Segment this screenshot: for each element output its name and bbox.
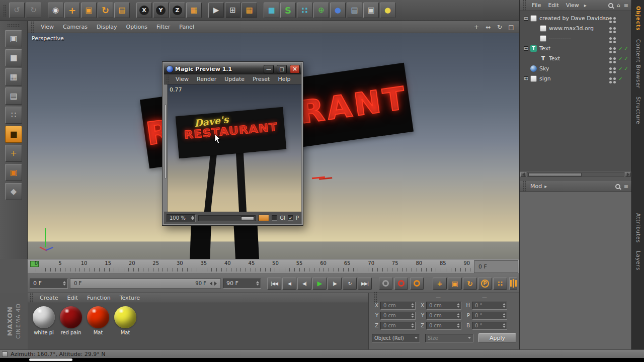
preview-menu-item[interactable]: Update xyxy=(220,75,249,83)
tree-item-text[interactable]: T Text ✓ ✓ xyxy=(520,53,631,63)
panel-grip[interactable] xyxy=(523,0,526,12)
maximize-view-icon[interactable]: □ xyxy=(507,23,515,31)
preview-menu-item[interactable]: View xyxy=(172,75,193,83)
material-swatch[interactable]: Mat xyxy=(112,306,138,349)
viewport-menu-item[interactable]: Options xyxy=(122,22,152,32)
material-name[interactable]: white pi xyxy=(34,330,54,335)
current-frame-display[interactable]: 0 F xyxy=(474,260,518,273)
visibility-dots[interactable] xyxy=(609,67,616,70)
gi-checkbox[interactable] xyxy=(272,215,277,221)
apply-button[interactable]: Apply xyxy=(478,333,516,342)
tab-content-browser[interactable]: Content Browser xyxy=(635,35,641,93)
preview-zoom-slider[interactable] xyxy=(198,215,256,221)
rotation-p-field[interactable]: 0 ° xyxy=(472,312,507,320)
materials-menu-item[interactable]: Function xyxy=(83,293,115,303)
snap-settings-button[interactable]: ◆ xyxy=(5,183,22,200)
position-y-field[interactable]: 0 cm xyxy=(380,312,416,320)
position-x-field[interactable]: 0 cm xyxy=(380,302,416,310)
minimize-button[interactable]: — xyxy=(264,65,274,73)
add-spline-button[interactable]: S xyxy=(280,3,296,18)
rotation-b-field[interactable]: 0 ° xyxy=(472,322,507,330)
progressive-checkbox[interactable]: ✓ xyxy=(288,215,293,221)
home-icon[interactable]: ⌂ xyxy=(617,2,620,9)
next-frame-button[interactable]: |▶ xyxy=(328,278,342,290)
objects-menu-item[interactable]: Edit xyxy=(544,1,562,10)
scrollbar-handle[interactable] xyxy=(528,173,582,176)
slider-handle[interactable] xyxy=(241,216,254,220)
zoom-view-icon[interactable]: ↔ xyxy=(484,23,492,31)
tree-item-separator[interactable]: ----------- xyxy=(520,33,631,43)
toolbar-grip[interactable] xyxy=(3,5,7,17)
render-view-button[interactable]: ▶ xyxy=(208,3,224,18)
scale-tool[interactable]: ▣ xyxy=(81,3,97,18)
record-options-button[interactable] xyxy=(410,278,424,290)
preview-titlebar[interactable]: Magic Preview 1.1 — □ × xyxy=(164,63,301,74)
position-z-field[interactable]: 0 cm xyxy=(380,322,416,330)
menu-overflow-icon[interactable]: ▸ xyxy=(543,184,548,189)
search-icon[interactable] xyxy=(615,184,620,189)
tree-item-sky[interactable]: Sky ✓ ✓ xyxy=(520,63,631,73)
current-frame-field[interactable]: 0 F xyxy=(30,279,68,289)
enabled-check-icon[interactable]: ✓ xyxy=(618,76,623,81)
range-handle-icons[interactable] xyxy=(210,282,217,286)
visibility-dots[interactable] xyxy=(609,57,616,60)
material-name[interactable]: Mat xyxy=(121,330,130,335)
material-swatch[interactable]: red pain xyxy=(58,306,84,349)
material-name[interactable]: Mat xyxy=(94,330,103,335)
texture-mode-button[interactable]: ▦ xyxy=(5,68,22,85)
preview-menu-item[interactable]: Preset xyxy=(249,75,274,83)
panel-grip[interactable] xyxy=(523,180,526,193)
size-z-field[interactable]: 0 cm xyxy=(426,322,461,330)
add-cube-button[interactable]: ■ xyxy=(264,3,279,18)
search-icon[interactable] xyxy=(608,3,613,8)
viewport-menu-item[interactable]: Filter xyxy=(152,22,175,32)
size-mode-dropdown[interactable]: Size xyxy=(425,334,473,342)
end-frame-field[interactable]: 90 F xyxy=(223,279,261,289)
viewport-menu-item[interactable]: Panel xyxy=(175,22,199,32)
magic-preview-window[interactable]: Magic Preview 1.1 — □ × ViewRenderUpdate… xyxy=(162,61,303,226)
key-parameter-button[interactable]: P xyxy=(478,278,492,290)
scrollbar-handle[interactable] xyxy=(165,105,167,178)
maximize-button[interactable]: □ xyxy=(277,65,287,73)
add-boole-button[interactable]: ⊕ xyxy=(313,3,329,18)
visibility-dots[interactable] xyxy=(609,77,616,80)
goto-end-button[interactable]: ▶▶| xyxy=(358,278,372,290)
objects-menu-item[interactable]: File xyxy=(528,1,544,10)
viewport-menu-item[interactable]: View xyxy=(36,22,58,32)
objects-hscrollbar[interactable] xyxy=(520,171,631,177)
redo-button[interactable]: ↻ xyxy=(26,3,41,18)
enabled-check-icon[interactable]: ✓ xyxy=(618,56,623,61)
viewport-menu-item[interactable]: Display xyxy=(92,22,122,32)
collapse-icon[interactable]: − xyxy=(524,46,528,51)
move-tool[interactable]: + xyxy=(64,3,80,18)
size-y-field[interactable]: 0 cm xyxy=(426,312,461,320)
enabled-check-icon[interactable]: ✓ xyxy=(623,46,629,51)
objects-menu-item[interactable]: View xyxy=(562,1,583,10)
size-x-field[interactable]: 0 cm xyxy=(426,302,461,310)
record-keyframe-button[interactable] xyxy=(379,278,392,290)
texture-axis-mode-button[interactable]: ▣ xyxy=(5,164,22,181)
panel-grip[interactable] xyxy=(166,73,170,85)
live-selection-tool[interactable]: ◉ xyxy=(48,3,63,18)
rotate-tool[interactable]: ↻ xyxy=(98,3,113,18)
tab-attributes[interactable]: Attributes xyxy=(635,209,641,247)
key-rotation-button[interactable]: ↻ xyxy=(463,278,477,290)
enabled-check-icon[interactable]: ✓ xyxy=(623,56,629,61)
material-preview-sphere[interactable] xyxy=(87,306,109,328)
pan-view-icon[interactable]: + xyxy=(472,23,480,31)
enabled-check-icon[interactable]: ✓ xyxy=(618,66,623,71)
panel-grip[interactable] xyxy=(31,21,34,33)
materials-menu-item[interactable]: Create xyxy=(35,293,63,303)
panel-grip[interactable] xyxy=(30,292,33,304)
add-sky-button[interactable]: ● xyxy=(330,3,346,18)
render-settings-button[interactable]: ▦ xyxy=(242,3,257,18)
visibility-dots[interactable] xyxy=(609,37,616,40)
axis-mode-button[interactable]: + xyxy=(5,145,22,162)
sign-pole[interactable] xyxy=(189,225,211,259)
visibility-dots[interactable] xyxy=(609,47,616,50)
menu-overflow-icon[interactable]: ▸ xyxy=(583,3,588,8)
material-name[interactable]: red pain xyxy=(60,330,81,335)
add-floor-button[interactable]: ▤ xyxy=(347,3,362,18)
enabled-check-icon[interactable]: ✓ xyxy=(623,66,629,71)
tab-layers[interactable]: Layers xyxy=(635,247,641,275)
